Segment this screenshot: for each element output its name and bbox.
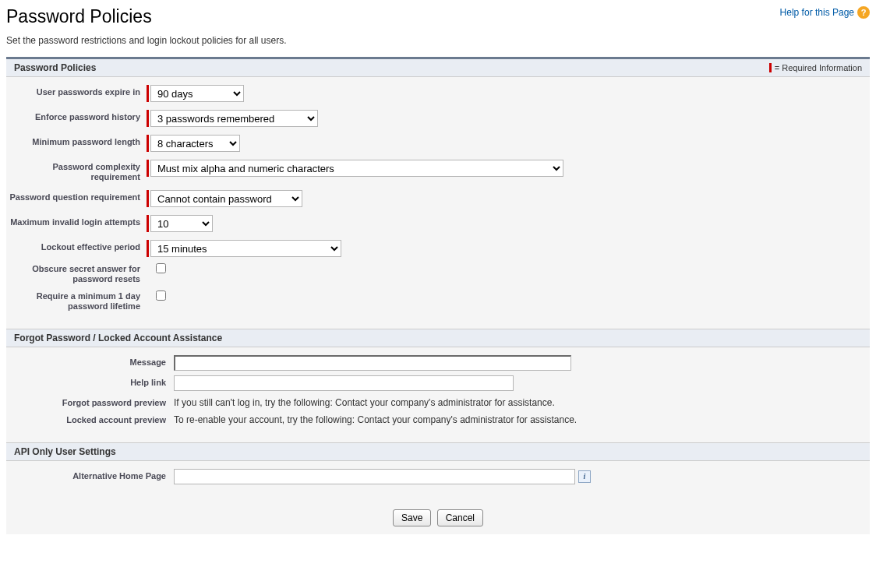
label-lockout: Lockout effective period <box>6 240 147 252</box>
text-locked-preview: To re-enable your account, try the follo… <box>174 413 577 425</box>
button-row: Save Cancel <box>6 502 870 534</box>
required-bar <box>147 135 149 152</box>
label-locked-preview: Locked account preview <box>6 413 174 424</box>
save-button[interactable]: Save <box>393 509 431 526</box>
label-max-invalid: Maximum invalid login attempts <box>6 215 147 227</box>
input-message[interactable] <box>174 355 571 371</box>
label-forgot-preview: Forgot password preview <box>6 396 174 407</box>
section-title-forgot: Forgot Password / Locked Account Assista… <box>14 333 222 343</box>
select-min-length[interactable]: 8 characters <box>150 135 240 152</box>
label-expire: User passwords expire in <box>6 85 147 97</box>
select-history[interactable]: 3 passwords remembered <box>150 110 318 127</box>
section-header-api: API Only User Settings <box>6 442 870 461</box>
cancel-button[interactable]: Cancel <box>437 509 483 526</box>
required-bar <box>147 85 149 102</box>
select-expire[interactable]: 90 days <box>150 85 244 102</box>
input-help-link[interactable] <box>174 375 514 391</box>
help-icon: ? <box>857 6 870 19</box>
input-alt-home[interactable] <box>174 469 575 484</box>
checkbox-min-lifetime[interactable] <box>156 290 166 301</box>
label-question: Password question requirement <box>6 190 147 202</box>
required-info-legend: = Required Information <box>769 63 862 72</box>
section-header-policies: Password Policies = Required Information <box>6 59 870 77</box>
label-history: Enforce password history <box>6 110 147 122</box>
text-forgot-preview: If you still can't log in, try the follo… <box>174 396 555 408</box>
required-indicator-icon <box>769 63 772 72</box>
section-header-forgot: Forgot Password / Locked Account Assista… <box>6 329 870 347</box>
label-min-lifetime: Require a minimum 1 day password lifetim… <box>6 289 147 312</box>
select-complexity[interactable]: Must mix alpha and numeric characters <box>150 160 563 177</box>
help-link-label: Help for this Page <box>780 7 854 18</box>
label-message: Message <box>6 355 174 367</box>
required-bar <box>147 110 149 127</box>
section-title-api: API Only User Settings <box>14 446 116 457</box>
required-bar <box>147 215 149 232</box>
label-alt-home: Alternative Home Page <box>6 469 174 481</box>
page-title: Password Policies <box>6 6 152 27</box>
settings-panel: Password Policies = Required Information… <box>6 57 870 534</box>
required-bar <box>147 160 149 177</box>
checkbox-obscure[interactable] <box>156 263 166 273</box>
label-obscure: Obscure secret answer for password reset… <box>6 262 147 284</box>
label-help-link: Help link <box>6 375 174 387</box>
required-bar <box>147 190 149 207</box>
required-info-text: = Required Information <box>775 63 862 72</box>
section-title-policies: Password Policies <box>14 62 96 73</box>
select-max-invalid[interactable]: 10 <box>150 215 213 232</box>
page-description: Set the password restrictions and login … <box>6 35 870 46</box>
label-min-length: Minimum password length <box>6 135 147 147</box>
select-question[interactable]: Cannot contain password <box>150 190 302 207</box>
info-icon[interactable]: i <box>578 470 591 483</box>
help-for-page-link[interactable]: Help for this Page ? <box>780 6 870 19</box>
select-lockout[interactable]: 15 minutes <box>150 240 341 257</box>
required-bar <box>147 240 149 257</box>
label-complexity: Password complexity requirement <box>6 160 147 182</box>
